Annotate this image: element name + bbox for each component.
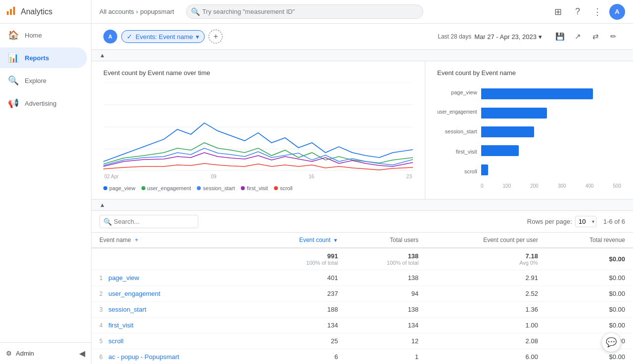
x-label-4: 23 (407, 174, 412, 179)
legend-dot-page-view (103, 186, 107, 190)
event-name-link[interactable]: ac - popup - Popupsmart (108, 353, 179, 361)
rows-per-page-control: Rows per page: 10 25 50 ▾ 1-6 of 6 (527, 216, 625, 227)
col-header-total-users[interactable]: Total users (346, 233, 427, 248)
table-row: 1 page_view 401 138 2.91 $0.00 (91, 270, 633, 286)
row-count-per-user: 2.91 (426, 270, 546, 286)
date-range-label: Last 28 days (438, 33, 471, 40)
table-section: ▲ 🔍 Rows per page: 10 25 50 (91, 200, 633, 364)
sidebar-header: Analytics (0, 0, 91, 24)
search-input[interactable] (186, 4, 423, 19)
svg-rect-2 (13, 7, 15, 15)
help-icon-button[interactable]: ? (570, 4, 586, 20)
row-event-name: 5 scroll (91, 333, 253, 349)
explore-icon: 🔍 (8, 75, 19, 86)
rows-per-page-select[interactable]: 10 25 50 (575, 216, 596, 227)
col-header-event-name[interactable]: Event name + (91, 233, 253, 248)
bar-chart-y-labels: page_view user_engagement session_start … (437, 82, 477, 181)
row-num: 6 (99, 354, 103, 361)
col-header-event-count[interactable]: Event count ▼ (253, 233, 346, 248)
save-report-button[interactable]: 💾 (552, 29, 568, 44)
filter-avatar: A (103, 30, 117, 43)
row-event-name: 4 first_visit (91, 318, 253, 333)
feedback-button[interactable]: 💬 (601, 332, 621, 352)
breadcrumb-account[interactable]: popupsmart (140, 8, 174, 15)
table-row: 4 first_visit 134 134 1.00 $0.00 (91, 318, 633, 333)
main-content: All accounts › popupsmart 🔍 ⊞ ? ⋮ A A ✓ … (91, 0, 633, 364)
col-label-total-users: Total users (390, 237, 418, 243)
bar-chart-bars (481, 82, 621, 181)
breadcrumb-all-accounts[interactable]: All accounts (99, 8, 134, 15)
bar-first-visit (481, 145, 519, 156)
col-header-total-revenue[interactable]: Total revenue (546, 233, 633, 248)
x-label-2: 09 (211, 174, 216, 179)
filter-chip-events[interactable]: ✓ Events: Event name ▾ (121, 30, 205, 43)
legend-dot-first-visit (241, 186, 245, 190)
add-filter-button[interactable]: + (209, 30, 223, 43)
totals-total-users: 138 100% of total (346, 248, 427, 270)
sort-icon-event-count: ▼ (333, 238, 338, 243)
table-row: 3 session_start 188 138 1.36 $0.00 (91, 302, 633, 318)
event-name-link[interactable]: scroll (108, 337, 123, 345)
rows-per-page-label: Rows per page: (527, 218, 572, 225)
row-total-revenue: $0.00 (546, 286, 633, 302)
row-total-users: 12 (346, 333, 427, 349)
row-num: 4 (99, 322, 103, 329)
legend-label-session-start: session_start (203, 185, 235, 191)
x-label-1: 02 Apr (104, 174, 119, 179)
date-range-dropdown-icon: ▾ (539, 33, 542, 40)
more-icon-button[interactable]: ⋮ (589, 4, 605, 20)
chart-section-toggle[interactable]: ▲ (91, 50, 633, 61)
bar-x-200: 200 (530, 183, 539, 189)
apps-icon-button[interactable]: ⊞ (550, 4, 566, 20)
sidebar-admin-item[interactable]: ⚙ Admin ◀ (0, 342, 91, 364)
row-num: 5 (99, 338, 103, 345)
col-header-count-per-user[interactable]: Event count per user (426, 233, 546, 248)
totals-count-per-user: 7.18 Avg 0% (426, 248, 546, 270)
table-search-input[interactable] (99, 215, 198, 228)
sidebar-reports-label: Reports (25, 54, 49, 62)
bar-label-page-view: page_view (437, 89, 477, 95)
table-body: 991 100% of total 138 100% of total 7.18… (91, 248, 633, 364)
bar-x-100: 100 (503, 183, 511, 189)
table-section-toggle[interactable]: ▲ (91, 200, 633, 211)
row-count-per-user: 6.00 (426, 349, 546, 364)
table-row: 2 user_engagement 237 94 2.52 $0.00 (91, 286, 633, 302)
x-label-3: 16 (309, 174, 314, 179)
row-count-per-user: 1.00 (426, 318, 546, 333)
legend-label-page-view: page_view (109, 185, 136, 191)
sidebar-item-explore[interactable]: 🔍 Explore (0, 70, 87, 91)
row-event-count: 25 (253, 333, 346, 349)
add-metric-button[interactable]: + (135, 237, 138, 243)
edit-button[interactable]: ✏ (605, 29, 621, 44)
share-button[interactable]: ↗ (570, 29, 586, 44)
row-num: 3 (99, 306, 103, 313)
event-name-link[interactable]: first_visit (108, 322, 134, 329)
user-avatar[interactable]: A (609, 4, 625, 20)
sidebar-item-reports[interactable]: 📊 Reports (0, 47, 87, 68)
sidebar: Analytics 🏠 Home 📊 Reports 🔍 Explore 📢 A… (0, 0, 91, 364)
breadcrumb-sep: › (136, 8, 138, 15)
sidebar-item-advertising[interactable]: 📢 Advertising (0, 93, 87, 114)
bar-label-first-visit: first_visit (437, 149, 477, 155)
bar-chart-title: Event count by Event name (437, 69, 621, 77)
bar-label-session-start: session_start (437, 128, 477, 134)
event-name-link[interactable]: page_view (108, 274, 139, 282)
topbar: All accounts › popupsmart 🔍 ⊞ ? ⋮ A (91, 0, 633, 24)
date-range-selector[interactable]: Mar 27 - Apr 23, 2023 ▾ (474, 33, 542, 40)
row-event-count: 6 (253, 349, 346, 364)
row-num: 1 (99, 275, 103, 282)
sidebar-app-title: Analytics (21, 7, 52, 16)
bar-user-engagement (481, 108, 547, 119)
event-name-link[interactable]: user_engagement (108, 290, 160, 297)
legend-dot-session-start (197, 186, 201, 190)
col-label-count-per-user: Event count per user (483, 237, 538, 243)
sidebar-item-home[interactable]: 🏠 Home (0, 25, 87, 45)
admin-icon: ⚙ (6, 350, 12, 357)
table-row: 5 scroll 25 12 2.08 $0.00 (91, 333, 633, 349)
sidebar-collapse-icon[interactable]: ◀ (79, 349, 85, 358)
legend-user-engagement: user_engagement (141, 185, 191, 191)
pagination-info: 1-6 of 6 (603, 218, 625, 225)
bar-x-500: 500 (613, 183, 621, 189)
event-name-link[interactable]: session_start (108, 306, 146, 313)
compare-button[interactable]: ⇄ (588, 29, 603, 44)
